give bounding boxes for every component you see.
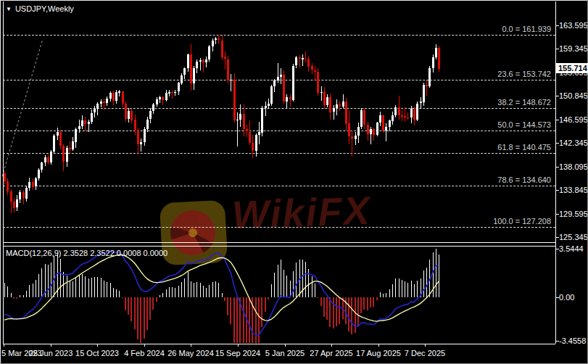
price-axis-label: 163.595: [559, 21, 588, 30]
time-tick: [191, 344, 191, 347]
price-tick: [555, 25, 559, 26]
price-axis-label: 138.095: [559, 162, 588, 171]
price-tick: [555, 190, 559, 191]
price-axis-label: 125.345: [559, 233, 588, 241]
pane-splitter-bottom[interactable]: [3, 246, 555, 247]
fib-level-line[interactable]: [3, 131, 555, 131]
time-tick: [238, 344, 239, 347]
symbol-timeframe-label: ▼USDJPY,Weekly: [6, 4, 74, 13]
price-tick: [555, 96, 559, 96]
macd-axis-label: 3.5444: [559, 244, 584, 253]
fib-level-line[interactable]: [3, 35, 555, 36]
time-axis-label: 27 Apr 2025: [310, 349, 352, 357]
fib-level-label: 38.2 = 148.672: [3, 98, 551, 107]
time-axis-label: 15 Sep 2024: [215, 349, 260, 357]
chart-window: WikiFX ▼USDJPY,Weekly MACD(12,26,9) 2.35…: [0, 0, 588, 364]
time-axis-label: 15 Oct 2023: [75, 349, 119, 357]
time-tick: [51, 344, 51, 347]
price-tick: [555, 120, 559, 120]
macd-axis-label: -3.4558: [559, 336, 586, 345]
fib-level-label: 23.6 = 153.742: [3, 70, 551, 78]
macd-indicator-label: MACD(12,26,9) 2.3528 2.3522 0.0008 0.000…: [6, 249, 167, 257]
fib-level-line[interactable]: [3, 80, 555, 80]
macd-histogram: [4, 249, 439, 343]
main-pane-left-border: [3, 1, 4, 344]
price-axis-label: 133.845: [559, 186, 588, 194]
time-tick: [378, 344, 379, 347]
fib-level-line[interactable]: [3, 108, 555, 109]
price-axis-label: 146.595: [559, 115, 588, 124]
fib-level-line[interactable]: [3, 186, 555, 186]
price-axis-border[interactable]: [555, 1, 556, 344]
time-tick: [97, 344, 98, 347]
window-border-top: [0, 0, 588, 1]
symbol-label-text: USDJPY,Weekly: [15, 4, 74, 13]
time-tick: [425, 344, 426, 347]
fib-level-line[interactable]: [3, 153, 555, 154]
watermark-text: WikiFX: [231, 188, 372, 238]
time-tick: [331, 344, 332, 347]
fib-level-label: 100.0 = 127.208: [3, 217, 551, 226]
time-axis-label: 25 Jun 2023: [29, 349, 73, 357]
time-axis-label: 26 May 2024: [167, 349, 214, 357]
wikifx-logo-icon: [160, 200, 228, 266]
macd-line: [4, 252, 439, 336]
macd-axis-label: 0.00: [559, 293, 574, 302]
window-border-left: [0, 0, 1, 364]
price-tick: [555, 143, 559, 144]
macd-tick: [555, 297, 559, 298]
signal-line: [4, 255, 439, 321]
macd-tick: [555, 249, 559, 249]
price-tick: [555, 167, 559, 167]
price-axis-label: 150.845: [559, 91, 588, 100]
price-tick: [555, 49, 559, 49]
price-tick: [555, 237, 559, 238]
fib-level-label: 78.6 = 134.640: [3, 175, 551, 184]
fib-level-label: 0.0 = 161.939: [3, 25, 551, 33]
current-price-tag: 155.714: [556, 63, 588, 73]
pane-splitter-top[interactable]: [3, 242, 555, 243]
macd-tick: [555, 341, 559, 342]
price-axis-label: 129.595: [559, 210, 588, 218]
time-tick: [144, 344, 145, 347]
time-axis-label: 7 Dec 2025: [405, 349, 445, 357]
time-axis-border: [3, 344, 555, 344]
price-axis-label: 159.345: [559, 44, 588, 53]
fib-level-line[interactable]: [3, 227, 555, 228]
price-axis-label: 142.345: [559, 138, 588, 147]
time-axis-label: 5 Jan 2025: [265, 349, 305, 357]
time-tick: [285, 344, 286, 347]
dropdown-arrow-icon: ▼: [6, 6, 12, 12]
fib-level-label: 50.0 = 144.573: [3, 120, 551, 129]
price-tick: [555, 214, 559, 215]
fib-level-label: 61.8 = 140.475: [3, 143, 551, 152]
time-axis-label: 17 Aug 2025: [356, 349, 401, 357]
time-axis-label: 4 Feb 2024: [124, 349, 165, 357]
time-tick: [4, 344, 4, 347]
